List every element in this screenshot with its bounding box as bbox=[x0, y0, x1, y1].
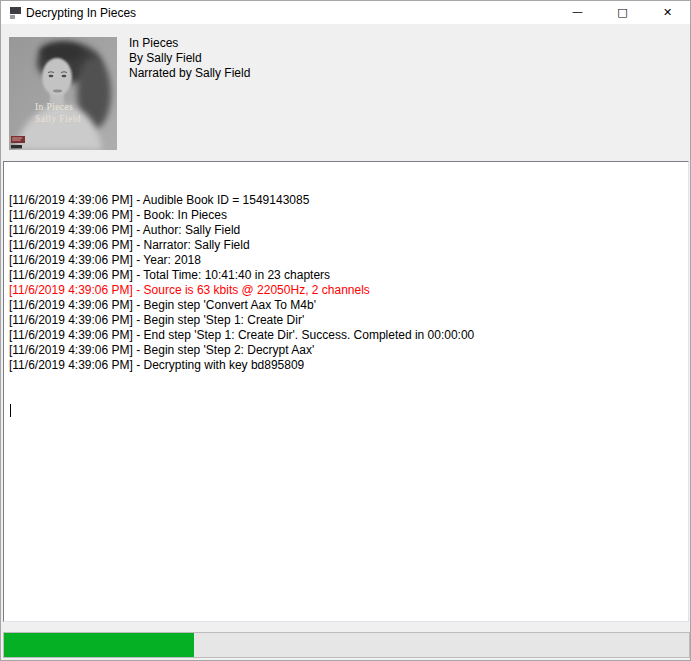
log-line: [11/6/2019 4:39:06 PM] - Narrator: Sally… bbox=[9, 238, 684, 253]
app-icon-gray-square bbox=[10, 15, 15, 19]
app-icon[interactable] bbox=[9, 6, 22, 19]
progress-bar bbox=[3, 632, 690, 658]
book-title: In Pieces bbox=[129, 36, 250, 51]
log-lines: [11/6/2019 4:39:06 PM] - Audible Book ID… bbox=[9, 193, 684, 373]
book-author: By Sally Field bbox=[129, 51, 250, 66]
maximize-icon: □ bbox=[617, 6, 627, 19]
minimize-button[interactable]: — bbox=[555, 1, 600, 24]
log-line: [11/6/2019 4:39:06 PM] - Year: 2018 bbox=[9, 253, 684, 268]
log-line: [11/6/2019 4:39:06 PM] - End step 'Step … bbox=[9, 328, 684, 343]
app-window: Decrypting In Pieces — □ ✕ bbox=[0, 0, 691, 661]
minimize-icon: — bbox=[572, 5, 583, 18]
log-line: [11/6/2019 4:39:06 PM] - Audible Book ID… bbox=[9, 193, 684, 208]
log-line: [11/6/2019 4:39:06 PM] - Begin step 'Con… bbox=[9, 298, 684, 313]
log-line: [11/6/2019 4:39:06 PM] - Begin step 'Ste… bbox=[9, 313, 684, 328]
log-line: [11/6/2019 4:39:06 PM] - Book: In Pieces bbox=[9, 208, 684, 223]
book-narrator: Narrated by Sally Field bbox=[129, 66, 250, 81]
log-line: [11/6/2019 4:39:06 PM] - Begin step 'Ste… bbox=[9, 343, 684, 358]
book-info: In Pieces By Sally Field Narrated by Sal… bbox=[129, 36, 250, 81]
log-line: [11/6/2019 4:39:06 PM] - Decrypting with… bbox=[9, 358, 684, 373]
app-icon-dark-square bbox=[10, 7, 21, 14]
log-line: [11/6/2019 4:39:06 PM] - Source is 63 kb… bbox=[9, 283, 684, 298]
cover-title-text: In Pieces bbox=[35, 102, 73, 112]
log-line: [11/6/2019 4:39:06 PM] - Total Time: 10:… bbox=[9, 268, 684, 283]
title-bar[interactable]: Decrypting In Pieces — □ ✕ bbox=[1, 1, 690, 24]
window-title: Decrypting In Pieces bbox=[26, 6, 136, 20]
book-cover-image: In Pieces Sally Field bbox=[9, 37, 117, 150]
close-icon: ✕ bbox=[663, 6, 672, 19]
log-line: [11/6/2019 4:39:06 PM] - Author: Sally F… bbox=[9, 223, 684, 238]
text-caret bbox=[10, 404, 11, 417]
cover-author-text: Sally Field bbox=[35, 114, 81, 124]
window-controls: — □ ✕ bbox=[555, 1, 690, 24]
log-output[interactable]: [11/6/2019 4:39:06 PM] - Audible Book ID… bbox=[3, 161, 689, 622]
close-button[interactable]: ✕ bbox=[645, 1, 690, 24]
maximize-button[interactable]: □ bbox=[600, 1, 645, 24]
progress-fill bbox=[4, 633, 194, 657]
